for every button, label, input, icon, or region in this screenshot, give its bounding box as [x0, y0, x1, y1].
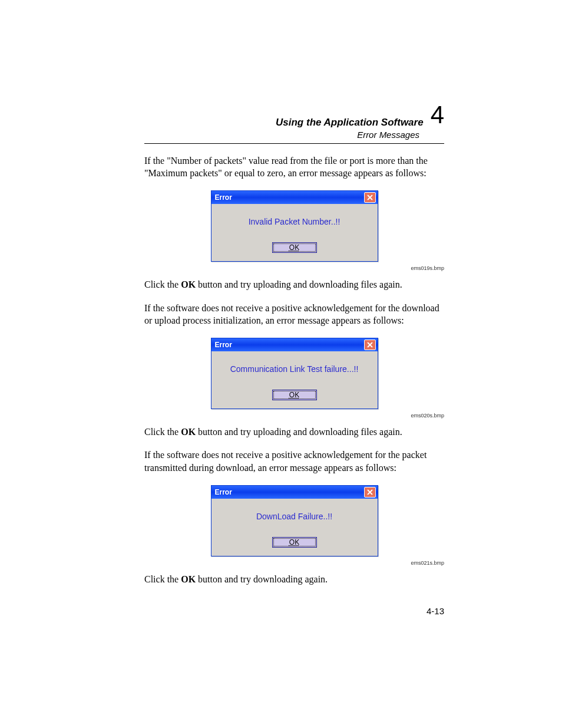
close-icon[interactable]	[364, 340, 376, 350]
dialog-titlebar: Error	[211, 486, 378, 499]
page: Using the Application Software 4 Error M…	[0, 0, 562, 728]
header-subtitle: Error Messages	[144, 130, 444, 140]
ok-button[interactable]: OK	[272, 537, 317, 548]
header-rule	[144, 143, 444, 144]
dialog-message: DownLoad Failure..!!	[217, 512, 372, 521]
bold-text: OK	[181, 427, 196, 437]
error-dialog-2: Error Communication Link Test failure...…	[211, 338, 378, 409]
dialog-titlebar: Error	[211, 191, 378, 204]
dialog-title: Error	[215, 488, 232, 496]
header-title: Using the Application Software	[276, 117, 424, 129]
paragraph-2: Click the OK button and try uploading an…	[144, 278, 444, 291]
chapter-number: 4	[431, 104, 444, 126]
text: button and try uploading and downloading…	[196, 427, 402, 437]
paragraph-6: Click the OK button and try downloading …	[144, 573, 444, 586]
error-dialog-3: Error DownLoad Failure..!! OK	[211, 485, 378, 556]
paragraph-3: If the software does not receive a posit…	[144, 302, 444, 327]
dialog-body: DownLoad Failure..!! OK	[211, 499, 378, 556]
close-icon[interactable]	[364, 192, 376, 203]
text: Click the	[144, 574, 181, 584]
dialog-message: Invalid Packet Number..!!	[217, 217, 372, 226]
dialog-title: Error	[215, 193, 232, 202]
figure-caption-2: ems020s.bmp	[144, 413, 444, 419]
dialog-titlebar: Error	[211, 338, 378, 351]
text: button and try uploading and downloading…	[196, 279, 402, 289]
text: Click the	[144, 427, 181, 437]
dialog-title: Error	[215, 341, 232, 349]
page-header: Using the Application Software 4 Error M…	[144, 106, 444, 140]
dialog-body: Communication Link Test failure...!! OK	[211, 351, 378, 409]
ok-button[interactable]: OK	[272, 390, 317, 400]
paragraph-4: Click the OK button and try uploading an…	[144, 426, 444, 439]
close-icon[interactable]	[364, 487, 376, 498]
dialog-2-wrap: Error Communication Link Test failure...…	[144, 338, 444, 409]
ok-button[interactable]: OK	[272, 242, 317, 253]
dialog-1-wrap: Error Invalid Packet Number..!! OK	[144, 190, 444, 262]
dialog-message: Communication Link Test failure...!!	[217, 364, 372, 374]
dialog-body: Invalid Packet Number..!! OK	[211, 204, 378, 261]
bold-text: OK	[181, 279, 196, 289]
paragraph-1: If the "Number of packets" value read fr…	[144, 154, 444, 180]
text: Click the	[144, 279, 181, 289]
error-dialog-1: Error Invalid Packet Number..!! OK	[211, 190, 378, 262]
paragraph-5: If the software does not receive a posit…	[144, 449, 444, 474]
figure-caption-3: ems021s.bmp	[144, 560, 444, 566]
bold-text: OK	[181, 574, 196, 584]
figure-caption-1: ems019s.bmp	[144, 265, 444, 271]
text: button and try downloading again.	[196, 574, 328, 584]
dialog-3-wrap: Error DownLoad Failure..!! OK	[144, 485, 444, 556]
page-number: 4-13	[427, 606, 444, 616]
